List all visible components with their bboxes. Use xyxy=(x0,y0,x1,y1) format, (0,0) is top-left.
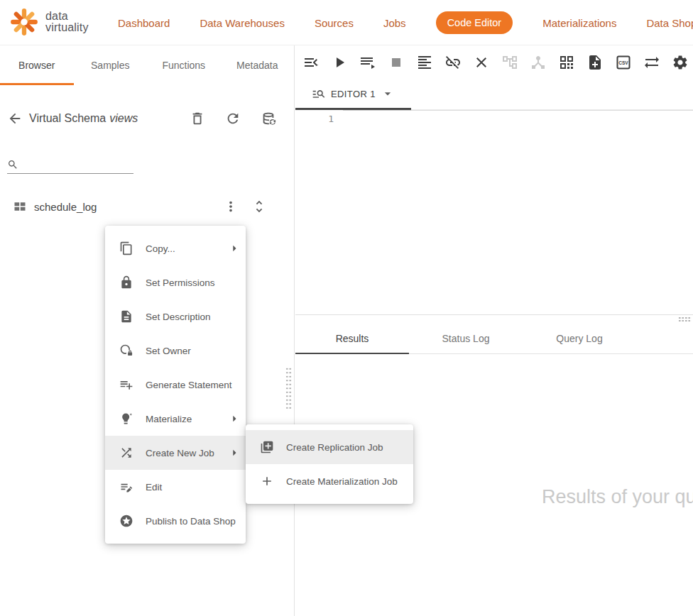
settings-gear-icon[interactable] xyxy=(672,54,689,71)
sidebar-resize-handle[interactable] xyxy=(285,367,292,411)
menu-item-label: Create Materialization Job xyxy=(286,476,409,487)
top-navigation: data virtuality Dashboard Data Warehouse… xyxy=(0,0,693,45)
hub-icon xyxy=(530,54,547,71)
menu-item-create-new-job[interactable]: Create New Job xyxy=(105,436,246,470)
menu-item-set-owner[interactable]: Set Owner xyxy=(105,334,246,368)
nav-sources[interactable]: Sources xyxy=(315,17,354,29)
tab-query-log[interactable]: Query Log xyxy=(523,323,636,353)
editor-panel: CSV EDITOR 1 1 Results Status xyxy=(295,45,693,616)
lock-icon xyxy=(119,275,133,290)
menu-item-set-description[interactable]: Set Description xyxy=(105,299,246,334)
run-icon[interactable] xyxy=(331,54,348,71)
nav-code-editor[interactable]: Code Editor xyxy=(436,11,513,34)
nav-dashboard[interactable]: Dashboard xyxy=(118,17,170,29)
schema-search[interactable] xyxy=(7,155,133,174)
editor-tab-label: EDITOR 1 xyxy=(331,89,376,99)
query-plan-icon[interactable] xyxy=(558,54,575,71)
nav-data-warehouses[interactable]: Data Warehouses xyxy=(200,17,285,29)
search-icon xyxy=(7,159,18,170)
run-all-icon[interactable] xyxy=(359,54,376,71)
copy-icon xyxy=(119,241,133,255)
primary-nav: Dashboard Data Warehouses Sources Jobs C… xyxy=(118,0,693,45)
menu-item-create-replication-job[interactable]: Create Replication Job xyxy=(246,430,413,464)
menu-item-create-materialization-job[interactable]: Create Materialization Job xyxy=(246,464,413,498)
nav-jobs[interactable]: Jobs xyxy=(383,17,406,29)
menu-item-edit[interactable]: Edit xyxy=(105,470,246,504)
nav-data-shop[interactable]: Data Shop xyxy=(646,17,693,29)
menu-item-label: Materialize xyxy=(146,414,227,424)
sidebar-tabs: Browser Samples Functions Metadata xyxy=(0,45,294,85)
table-grid-icon xyxy=(13,199,27,214)
editor-toolbar: CSV xyxy=(295,45,693,79)
svg-text:CSV: CSV xyxy=(618,60,628,65)
unlink-icon[interactable] xyxy=(444,54,462,71)
results-tab-bar: Results Status Log Query Log xyxy=(295,323,693,354)
line-number: 1 xyxy=(328,114,334,124)
menu-item-set-permissions[interactable]: Set Permissions xyxy=(105,265,246,299)
menu-item-label: Set Owner xyxy=(146,346,241,356)
close-icon[interactable] xyxy=(473,54,490,71)
unfold-more-icon[interactable] xyxy=(251,199,267,214)
menu-item-label: Create Replication Job xyxy=(286,442,409,453)
menu-item-label: Set Permissions xyxy=(146,277,241,288)
menu-item-generate-statement[interactable]: Generate Statement xyxy=(105,368,246,402)
code-content[interactable] xyxy=(343,110,693,314)
nav-materializations[interactable]: Materializations xyxy=(542,17,616,29)
tab-results[interactable]: Results xyxy=(295,323,409,353)
menu-item-copy[interactable]: Copy... xyxy=(105,231,246,265)
create-job-icon xyxy=(119,446,133,460)
new-file-icon[interactable] xyxy=(586,54,604,71)
plus-icon xyxy=(260,474,274,488)
back-arrow-icon[interactable] xyxy=(7,111,23,126)
search-input[interactable] xyxy=(23,159,133,170)
tree-item-schedule-log[interactable]: schedule_log xyxy=(0,191,294,222)
chevron-down-icon[interactable] xyxy=(381,87,395,101)
brand-line1: data xyxy=(45,11,89,22)
brand-logo[interactable]: data virtuality xyxy=(9,7,89,37)
tab-functions[interactable]: Functions xyxy=(147,45,221,85)
menu-item-publish-to-data-shop[interactable]: Publish to Data Shop xyxy=(105,504,246,538)
publish-star-icon xyxy=(119,514,133,528)
splitter-handle-icon[interactable] xyxy=(678,317,692,322)
description-icon xyxy=(119,309,133,324)
editor-tab[interactable]: EDITOR 1 xyxy=(295,79,411,110)
submenu-arrow-icon xyxy=(227,241,241,255)
format-icon[interactable] xyxy=(416,54,433,71)
brand-line2: virtuality xyxy=(45,22,89,33)
materialize-icon xyxy=(119,412,133,426)
collapse-list-icon[interactable] xyxy=(302,54,320,71)
tab-samples[interactable]: Samples xyxy=(74,45,148,85)
menu-item-label: Copy... xyxy=(146,243,227,254)
schema-actions xyxy=(190,111,276,126)
tab-status-log[interactable]: Status Log xyxy=(409,323,523,353)
editor-tab-bar: EDITOR 1 xyxy=(295,79,693,110)
database-sync-icon[interactable] xyxy=(261,111,276,126)
delete-icon[interactable] xyxy=(190,111,205,126)
menu-item-label: Generate Statement xyxy=(146,380,241,390)
owner-icon xyxy=(119,343,133,358)
submenu-arrow-icon xyxy=(227,412,241,426)
tab-browser[interactable]: Browser xyxy=(0,45,74,85)
menu-item-materialize[interactable]: Materialize xyxy=(105,402,246,436)
menu-item-label: Set Description xyxy=(146,312,241,322)
swap-icon[interactable] xyxy=(643,54,660,71)
dependencies-tree-icon xyxy=(501,54,518,71)
csv-export-icon[interactable]: CSV xyxy=(615,54,632,71)
refresh-icon[interactable] xyxy=(225,111,241,126)
kebab-menu-icon[interactable] xyxy=(223,199,239,214)
tab-metadata[interactable]: Metadata xyxy=(221,45,295,85)
code-editor[interactable]: 1 xyxy=(295,110,693,314)
schema-title: Virtual Schemaviews xyxy=(29,112,138,125)
menu-item-label: Edit xyxy=(146,482,241,493)
menu-item-label: Create New Job xyxy=(146,448,227,458)
context-menu: Copy... Set Permissions Set Description … xyxy=(105,226,246,544)
tree-item-label: schedule_log xyxy=(34,201,223,213)
playlist-add-icon xyxy=(119,378,133,392)
results-empty-text: Results of your queries xyxy=(542,486,693,508)
schema-title-suffix: views xyxy=(109,112,138,124)
menu-item-label: Publish to Data Shop xyxy=(146,516,241,527)
manage-search-icon xyxy=(312,87,326,101)
results-splitter[interactable] xyxy=(295,314,693,323)
edit-icon xyxy=(119,480,133,494)
logo-flower-icon xyxy=(9,7,39,37)
